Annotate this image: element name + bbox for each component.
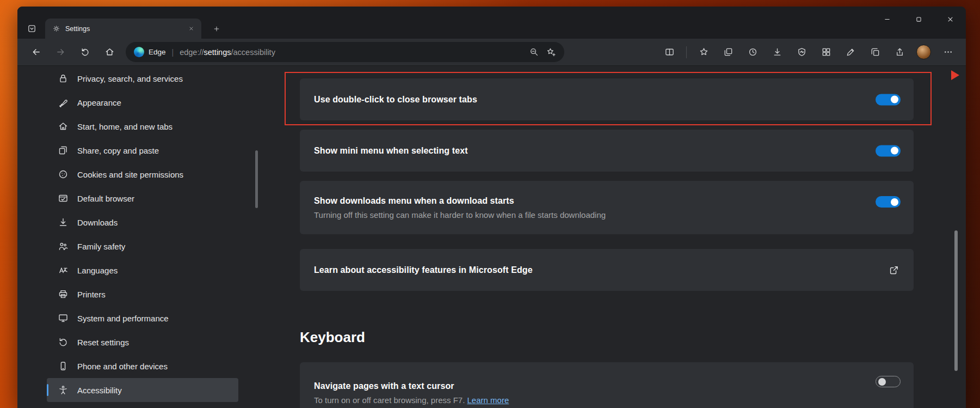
sidebar-item-phone-devices[interactable]: Phone and other devices	[47, 354, 238, 378]
settings-content: Use double-click to close browser tabs S…	[300, 66, 914, 408]
window-controls	[871, 7, 966, 32]
sidebar-item-label: Accessibility	[77, 386, 122, 395]
sidebar-item-accessibility[interactable]: Accessibility	[47, 378, 238, 402]
share-button[interactable]	[889, 43, 910, 62]
learn-accessibility-link-card[interactable]: Learn about accessibility features in Mi…	[300, 249, 914, 291]
double-click-close-toggle[interactable]	[876, 94, 901, 105]
forward-button[interactable]	[50, 42, 71, 62]
refresh-icon	[80, 47, 90, 57]
sidebar-item-reset-settings[interactable]: Reset settings	[47, 330, 238, 354]
url-scheme: edge://	[180, 48, 204, 57]
tab-settings[interactable]: Settings	[45, 19, 201, 39]
sidebar-item-printers[interactable]: Printers	[47, 282, 238, 306]
page-scrollbar[interactable]	[954, 230, 958, 371]
zoom-icon[interactable]	[529, 47, 539, 57]
setting-card-downloads-menu: Show downloads menu when a download star…	[300, 181, 914, 234]
sidebar-item-label: Phone and other devices	[77, 362, 168, 371]
web-capture-pen-icon	[846, 47, 856, 57]
setting-title: Learn about accessibility features in Mi…	[314, 265, 533, 275]
downloads-button[interactable]	[767, 43, 787, 62]
history-button[interactable]	[742, 43, 763, 62]
sidebar-item-label: Cookies and site permissions	[77, 170, 183, 179]
setting-subtitle: Turning off this setting can make it har…	[314, 210, 899, 220]
setting-card-double-click-close: Use double-click to close browser tabs	[300, 78, 914, 120]
family-people-icon	[58, 241, 69, 252]
apps-button[interactable]	[816, 43, 836, 62]
setting-subtitle: To turn on or off caret browsing, press …	[314, 395, 899, 405]
printer-icon	[58, 289, 69, 300]
maximize-button[interactable]	[903, 7, 934, 32]
setting-card-mini-menu: Show mini menu when selecting text	[300, 130, 914, 172]
split-screen-button[interactable]	[659, 43, 680, 62]
setting-card-text-cursor: Navigate pages with a text cursor To tur…	[300, 362, 914, 408]
toolbar-divider	[686, 46, 687, 58]
accessibility-person-icon	[58, 385, 69, 395]
collections-button[interactable]	[718, 43, 738, 62]
sidebar-item-start-home-tabs[interactable]: Start, home, and new tabs	[47, 114, 238, 138]
sidebar-item-default-browser[interactable]: Default browser	[47, 186, 238, 210]
edge-badge-label: Edge	[149, 48, 166, 56]
tab-actions-icon	[27, 23, 37, 34]
sidebar-item-label: Start, home, and new tabs	[77, 122, 172, 131]
browser-essentials-button[interactable]	[791, 43, 812, 62]
sidebar-item-share-copy-paste[interactable]: Share, copy and paste	[47, 138, 238, 162]
learn-more-link[interactable]: Learn more	[467, 395, 509, 405]
appearance-brush-icon	[58, 97, 69, 108]
url-host: settings	[204, 48, 231, 57]
address-bar-actions	[529, 47, 556, 57]
sidebar-item-label: Appearance	[77, 98, 121, 107]
split-screen-icon	[664, 47, 675, 57]
subtitle-text: To turn on or off caret browsing, press …	[314, 395, 467, 405]
profile-avatar[interactable]	[916, 45, 931, 59]
close-icon	[188, 26, 194, 32]
sidebar-item-privacy[interactable]: Privacy, search, and services	[47, 66, 238, 90]
sidebar-item-label: Privacy, search, and services	[77, 74, 183, 83]
settings-menu-button[interactable]	[938, 43, 958, 62]
setting-title: Show mini menu when selecting text	[314, 146, 899, 156]
sidebar-item-label: Printers	[77, 290, 106, 299]
sidebar-item-about-edge[interactable]: About Microsoft Edge	[47, 402, 238, 408]
refresh-button[interactable]	[74, 42, 96, 62]
favorites-button[interactable]	[693, 43, 714, 62]
settings-sidebar: Privacy, search, and services Appearance…	[17, 66, 298, 408]
close-button[interactable]	[934, 7, 966, 32]
minimize-icon	[883, 15, 891, 23]
downloads-menu-toggle[interactable]	[876, 196, 901, 208]
default-browser-icon	[58, 193, 69, 204]
cookies-icon	[58, 169, 69, 180]
minimize-button[interactable]	[871, 7, 903, 32]
navigation-toolbar: Edge | edge://settings/accessibility	[17, 39, 966, 66]
web-capture-button[interactable]	[840, 43, 861, 62]
home-button[interactable]	[98, 42, 120, 62]
history-clock-icon	[748, 47, 758, 57]
sidebar-item-downloads[interactable]: Downloads	[47, 210, 238, 234]
sidebar-scrollbar[interactable]	[255, 150, 258, 208]
reset-arrow-icon	[58, 337, 69, 348]
favorite-add-icon[interactable]	[546, 47, 556, 57]
annotation-arrow	[951, 70, 959, 80]
address-divider: |	[170, 48, 176, 57]
sidebar-item-label: System and performance	[77, 314, 169, 323]
home-tabs-icon	[58, 121, 69, 132]
sidebar-item-label: Languages	[77, 266, 118, 275]
new-tab-button[interactable]	[209, 22, 224, 36]
sidebar-item-cookies-permissions[interactable]: Cookies and site permissions	[47, 162, 238, 186]
tab-actions-menu-button[interactable]	[24, 21, 39, 35]
tab-strip: Settings	[17, 7, 966, 39]
sidebar-item-system-performance[interactable]: System and performance	[47, 306, 238, 330]
collections-icon	[723, 47, 734, 57]
back-button[interactable]	[25, 42, 47, 62]
sidebar-item-label: Downloads	[77, 218, 118, 227]
screenshot-button[interactable]	[865, 43, 885, 62]
sidebar-item-family-safety[interactable]: Family safety	[47, 234, 238, 258]
sidebar-item-appearance[interactable]: Appearance	[47, 90, 238, 114]
home-icon	[104, 47, 115, 57]
downloads-icon	[772, 47, 782, 57]
sidebar-item-languages[interactable]: Languages	[47, 258, 238, 282]
browser-window: Settings Edge | edge://s	[17, 7, 966, 408]
mini-menu-toggle[interactable]	[876, 145, 901, 156]
text-cursor-toggle[interactable]	[876, 376, 901, 387]
desktop-wallpaper: Settings Edge | edge://s	[0, 0, 980, 408]
address-bar[interactable]: Edge | edge://settings/accessibility	[126, 42, 564, 62]
tab-close-button[interactable]	[185, 23, 197, 35]
